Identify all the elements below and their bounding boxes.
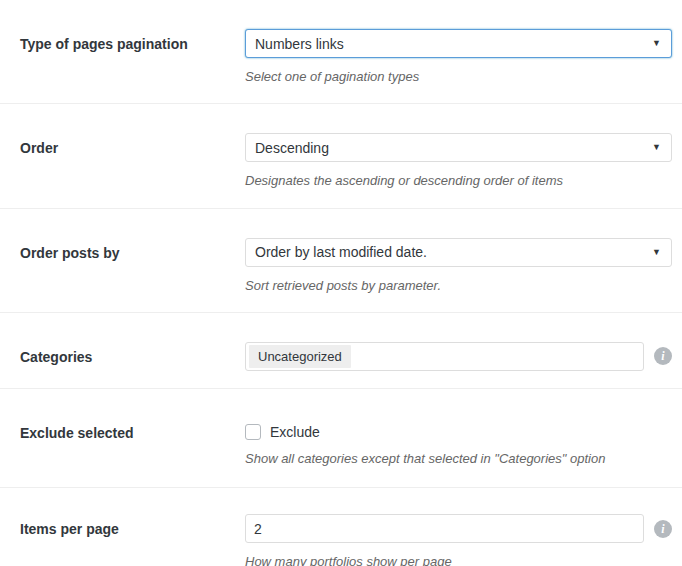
category-tag: Uncategorized [249,345,351,368]
info-icon[interactable]: i [654,347,672,365]
pagination-type-help: Select one of pagination types [245,69,672,85]
info-icon[interactable]: i [654,520,672,538]
setting-row-order-posts-by: Order posts by Order by last modified da… [0,209,682,313]
exclude-selected-label: Exclude selected [20,418,245,442]
categories-input[interactable]: Uncategorized [245,342,644,371]
pagination-type-label: Type of pages pagination [20,29,245,53]
chevron-down-icon: ▼ [652,143,661,152]
categories-label: Categories [20,342,245,366]
order-selected-value: Descending [255,140,329,156]
items-per-page-label: Items per page [20,514,245,538]
items-per-page-value: 2 [254,521,262,537]
order-select[interactable]: Descending ▼ [245,133,672,162]
order-posts-by-select[interactable]: Order by last modified date. ▼ [245,238,672,267]
order-label: Order [20,133,245,157]
exclude-selected-help: Show all categories except that selected… [245,451,672,467]
setting-row-order: Order Descending ▼ Designates the ascend… [0,104,682,208]
pagination-type-selected-value: Numbers links [255,36,344,52]
pagination-type-select[interactable]: Numbers links ▼ [245,29,672,58]
pagination-settings-form: Type of pages pagination Numbers links ▼… [0,0,682,566]
exclude-checkbox[interactable] [245,424,261,440]
items-per-page-input[interactable]: 2 [245,514,644,543]
order-posts-by-help: Sort retrieved posts by parameter. [245,278,672,294]
chevron-down-icon: ▼ [652,39,661,48]
order-posts-by-label: Order posts by [20,238,245,262]
setting-row-pagination-type: Type of pages pagination Numbers links ▼… [0,0,682,104]
order-help: Designates the ascending or descending o… [245,173,672,189]
setting-row-items-per-page: Items per page 2 i How many portfolios s… [0,488,682,566]
chevron-down-icon: ▼ [652,248,661,257]
setting-row-categories: Categories Uncategorized i [0,313,682,389]
items-per-page-help: How many portfolios show per page [245,554,672,566]
setting-row-exclude-selected: Exclude selected Exclude Show all catego… [0,389,682,488]
order-posts-by-selected-value: Order by last modified date. [255,244,427,260]
exclude-checkbox-label[interactable]: Exclude [270,424,320,440]
